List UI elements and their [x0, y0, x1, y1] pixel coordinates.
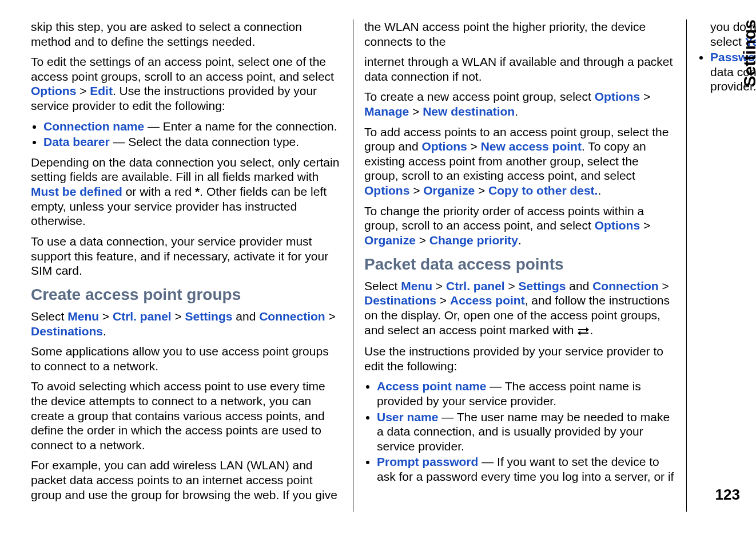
text: .	[598, 184, 601, 197]
paragraph: Select Menu > Ctrl. panel > Settings and…	[31, 309, 341, 338]
text: To edit the settings of an access point,…	[31, 55, 334, 83]
text: Depending on the data connection you sel…	[31, 156, 339, 184]
list-item: Access point name — The access point nam…	[377, 379, 675, 408]
field-label-connection-name: Connection name	[43, 120, 144, 133]
sep: >	[659, 279, 669, 292]
menu-path-settings: Settings	[185, 310, 233, 323]
paragraph: To create a new access point group, sele…	[364, 89, 675, 118]
menu-path-options: Options	[595, 90, 640, 103]
sep: >	[409, 184, 423, 197]
menu-path-edit: Edit	[90, 84, 113, 97]
heading-create-access-point-groups: Create access point groups	[31, 285, 341, 304]
menu-path-menu: Menu	[67, 310, 99, 323]
field-list: Connection name — Enter a name for the c…	[31, 119, 341, 149]
text: and	[232, 310, 259, 323]
field-label-user-name: User name	[377, 410, 438, 424]
paragraph: Some applications allow you to use acces…	[31, 344, 341, 373]
list-item: Data bearer — Select the data connection…	[43, 134, 341, 149]
menu-path-menu: Menu	[401, 279, 432, 292]
menu-path-connection: Connection	[592, 279, 659, 292]
menu-path-access-point: Access point	[450, 294, 525, 307]
paragraph: To edit the settings of an access point,…	[31, 54, 341, 113]
sep: >	[505, 279, 519, 292]
menu-path-destinations: Destinations	[364, 294, 436, 307]
paragraph: internet through a WLAN if available and…	[364, 54, 675, 84]
sep: >	[640, 219, 650, 232]
sep: >	[432, 279, 446, 292]
menu-path-ctrl-panel: Ctrl. panel	[446, 279, 505, 292]
menu-path-organize: Organize	[364, 234, 416, 247]
menu-path-connection: Connection	[259, 310, 325, 323]
sep: >	[99, 310, 113, 323]
paragraph: To avoid selecting which access point to…	[31, 379, 341, 452]
menu-path-new-access-point: New access point	[481, 140, 582, 153]
menu-path-copy-to-other-dest: Copy to other dest.	[488, 184, 598, 197]
sep: >	[325, 310, 336, 323]
sep: >	[640, 90, 650, 103]
label-must-be-defined: Must be defined	[31, 185, 122, 198]
sep: >	[467, 140, 481, 153]
list-item: Connection name — Enter a name for the c…	[43, 119, 341, 134]
menu-path-options: Options	[421, 140, 467, 153]
menu-path-change-priority: Change priority	[429, 234, 518, 247]
sep: >	[76, 84, 90, 97]
text: Select	[364, 279, 401, 292]
paragraph: skip this step, you are asked to select …	[31, 19, 341, 49]
menu-path-new-destination: New destination	[423, 105, 515, 118]
menu-path-options: Options	[31, 84, 76, 97]
text: To create a new access point group, sele…	[364, 90, 595, 103]
menu-path-options: Options	[364, 184, 409, 197]
menu-path-settings: Settings	[519, 279, 566, 292]
text: or with a red	[122, 185, 195, 198]
field-desc: — Select the data connection type.	[110, 135, 300, 148]
field-desc: — Enter a name for the connection.	[144, 120, 337, 133]
side-tab-settings: Settings	[740, 19, 756, 87]
list-item: User name — The user name may be needed …	[377, 410, 675, 454]
field-label-prompt-password: Prompt password	[377, 455, 478, 468]
text: Select	[31, 310, 67, 323]
text: .	[590, 323, 593, 337]
swap-arrows-icon	[577, 324, 590, 339]
paragraph: To change the priority order of access p…	[364, 204, 675, 248]
sep: >	[436, 294, 450, 307]
paragraph: Depending on the data connection you sel…	[31, 155, 341, 228]
sep: >	[416, 234, 429, 247]
menu-path-options: Options	[595, 219, 640, 232]
sep: >	[475, 184, 488, 197]
menu-path-organize: Organize	[423, 184, 475, 197]
paragraph: To add access points to an access point …	[364, 125, 675, 198]
text: .	[515, 105, 518, 118]
text: .	[103, 325, 106, 338]
field-label-data-bearer: Data bearer	[43, 135, 110, 148]
text: .	[518, 234, 522, 247]
menu-path-manage: Manage	[364, 105, 409, 118]
text: and	[566, 279, 592, 292]
paragraph: Use the instructions provided by your se…	[364, 344, 675, 373]
page-number: 123	[715, 486, 740, 504]
paragraph: Select Menu > Ctrl. panel > Settings and…	[364, 279, 675, 338]
heading-packet-data-access-points: Packet data access points	[364, 255, 675, 274]
field-label-access-point-name: Access point name	[377, 379, 486, 393]
menu-path-ctrl-panel: Ctrl. panel	[113, 310, 172, 323]
menu-path-destinations: Destinations	[31, 325, 103, 338]
sep: >	[172, 310, 185, 323]
paragraph: To use a data connection, your service p…	[31, 234, 341, 278]
document-body: skip this step, you are asked to select …	[31, 19, 675, 512]
sep: >	[409, 105, 423, 118]
